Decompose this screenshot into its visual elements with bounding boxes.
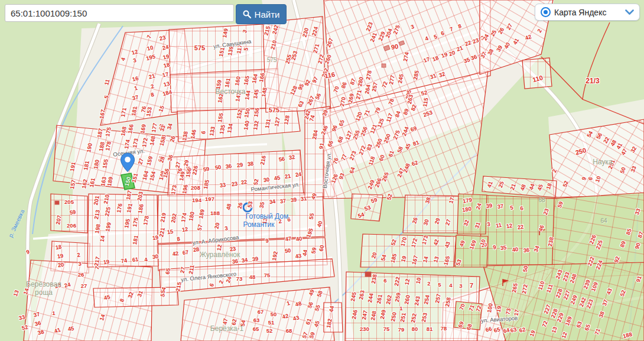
parcel-number-label[interactable]: 29 — [433, 217, 441, 225]
parcel-number-label[interactable]: 215 — [263, 25, 272, 36]
parcel-number-label[interactable]: 215 — [174, 281, 183, 292]
parcel-number-label[interactable]: 19 — [57, 252, 64, 260]
parcel-number-label[interactable]: 162 — [80, 178, 89, 189]
parcel-number-label[interactable]: 68 — [465, 323, 473, 331]
parcel-number-label[interactable]: 92 — [613, 255, 621, 264]
parcel-number-label[interactable]: 17 — [422, 56, 431, 64]
parcel-number-label[interactable]: 89 — [619, 240, 627, 248]
parcel-number-label[interactable]: 189 — [197, 209, 206, 219]
parcel-number-label[interactable]: 91 — [635, 275, 643, 283]
parcel-number-label[interactable]: 21 — [148, 72, 155, 80]
parcel-number-label[interactable]: 45 — [274, 174, 281, 182]
parcel-number-label[interactable]: 25 — [489, 29, 498, 38]
parcel-number-label[interactable]: 271 — [312, 43, 321, 54]
parcel-number-label[interactable]: 32 — [288, 154, 295, 161]
parcel-number-label[interactable]: 90 — [633, 242, 642, 250]
parcel-number-label[interactable]: 260 — [403, 294, 411, 305]
parcel-number-label[interactable]: 1 — [286, 300, 291, 307]
parcel-number-label[interactable]: 250 — [382, 133, 392, 144]
parcel-number-label[interactable]: 7 — [470, 282, 473, 289]
parcel-number-label[interactable]: 74 — [308, 114, 316, 122]
parcel-number-label[interactable]: 251 — [399, 312, 407, 323]
parcel-number-label[interactable]: 188 — [210, 210, 220, 216]
parcel-number-label[interactable]: 134 — [226, 123, 234, 134]
parcel-number-label[interactable]: 19 — [440, 51, 448, 59]
parcel-number-label[interactable]: 52 — [252, 178, 260, 186]
parcel-number-label[interactable]: 3 — [410, 23, 415, 30]
parcel-number-label[interactable]: 8 — [176, 235, 180, 242]
parcel-number-label[interactable]: 156 — [162, 168, 171, 178]
parcel-number-label[interactable]: 238 — [547, 236, 555, 247]
parcel-number-label[interactable]: 243 — [413, 295, 421, 306]
parcel-number-label[interactable]: 269 — [347, 93, 355, 103]
chevron-down-icon[interactable] — [625, 9, 634, 15]
parcel-number-label[interactable]: 138 — [181, 131, 189, 141]
parcel-number-label[interactable]: 17 — [447, 196, 455, 204]
parcel-number-label[interactable]: 50 — [214, 164, 222, 171]
parcel-number-label[interactable]: 43 — [605, 287, 613, 295]
parcel-number-label[interactable]: 167 — [98, 109, 106, 119]
parcel-number-label[interactable]: 36 — [470, 53, 478, 61]
parcel-number-label[interactable]: 50 — [522, 265, 529, 272]
parcel-number-label[interactable]: 12 — [181, 226, 188, 233]
parcel-number-label[interactable]: 5 — [242, 47, 249, 51]
parcel-number-label[interactable]: 275 — [392, 24, 401, 35]
parcel-number-label[interactable]: 190 — [85, 142, 93, 153]
layer-radio[interactable] — [541, 7, 551, 17]
parcel-number-label[interactable]: 35 — [463, 56, 471, 64]
parcel-number-label[interactable]: 187 — [125, 190, 133, 200]
parcel-number-label[interactable]: 26 — [236, 202, 244, 209]
parcel-number-label[interactable]: 13 — [432, 255, 440, 263]
parcel-number-label[interactable]: 13 — [162, 80, 170, 87]
parcel-number-label[interactable]: 120 — [354, 111, 363, 122]
parcel-number-label[interactable]: 18 — [431, 54, 440, 63]
parcel-number-label[interactable]: 71 — [363, 109, 371, 117]
parcel-number-label[interactable]: 39 — [252, 255, 259, 263]
parcel-number-label[interactable]: 18 — [162, 61, 170, 69]
parcel-number-label[interactable]: 34 — [165, 122, 173, 130]
parcel-number-label[interactable]: 278 — [365, 70, 373, 80]
parcel-number-label[interactable]: 52 — [266, 327, 273, 334]
parcel-number-label[interactable]: 32 — [126, 291, 135, 299]
parcel-number-label[interactable]: 6 — [519, 204, 523, 212]
parcel-number-label[interactable]: 42 — [281, 312, 289, 320]
parcel-number-label[interactable]: 252 — [409, 313, 418, 323]
parcel-number-label[interactable]: 79 — [398, 326, 405, 333]
parcel-number-label[interactable]: 37 — [497, 203, 504, 210]
parcel-number-label[interactable]: 3 — [132, 57, 137, 64]
parcel-number-label[interactable]: 50 — [619, 166, 627, 174]
parcel-number-label[interactable]: 246 — [320, 125, 329, 136]
parcel-number-label[interactable]: 157 — [69, 179, 77, 190]
parcel-number-label[interactable]: 27 — [179, 267, 187, 274]
parcel-number-label[interactable]: 24 — [63, 281, 71, 288]
parcel-number-label[interactable]: 115 — [421, 97, 429, 107]
parcel-number-label[interactable]: 7 — [145, 34, 152, 40]
parcel-number-label[interactable]: 19 — [162, 53, 170, 60]
parcel-number-label[interactable]: 45 — [103, 293, 110, 301]
parcel-number-label[interactable]: 49 — [310, 192, 318, 200]
parcel-number-label[interactable]: 174 — [180, 212, 188, 223]
parcel-number-label[interactable]: 260 — [374, 138, 383, 149]
parcel-number-label[interactable]: 155 — [216, 112, 225, 123]
parcel-number-label[interactable]: 76 — [331, 157, 340, 165]
parcel-number-label[interactable]: 2 — [536, 28, 543, 34]
parcel-number-label[interactable]: 75 — [264, 272, 271, 278]
parcel-number-label[interactable]: 9 — [265, 237, 269, 244]
parcel-number-label[interactable]: 87 — [636, 230, 644, 239]
parcel-number-label[interactable]: 79 — [373, 106, 382, 115]
parcel-number-label[interactable]: 253 — [290, 50, 299, 61]
parcel-number-label[interactable]: 39 — [486, 202, 493, 210]
parcel-number-label[interactable]: 21 — [284, 173, 291, 180]
parcel-number-label[interactable]: 3 — [241, 29, 248, 34]
parcel-number-label[interactable]: 203 — [136, 191, 144, 202]
parcel-number-label[interactable]: 69 — [409, 125, 418, 133]
parcel-number-label[interactable]: 259 — [393, 292, 402, 303]
parcel-number-label[interactable]: 59 — [308, 331, 316, 339]
parcel-number-label[interactable]: 15 — [167, 228, 174, 236]
parcel-number-label[interactable]: 53 — [363, 204, 372, 212]
parcel-number-label[interactable]: 127 — [273, 116, 281, 127]
parcel-number-label[interactable]: 2 — [427, 280, 430, 287]
parcel-number-label[interactable]: 54 — [379, 254, 387, 261]
parcel-number-label[interactable]: 111 — [545, 283, 554, 294]
parcel-number-label[interactable]: 264 — [363, 84, 372, 95]
